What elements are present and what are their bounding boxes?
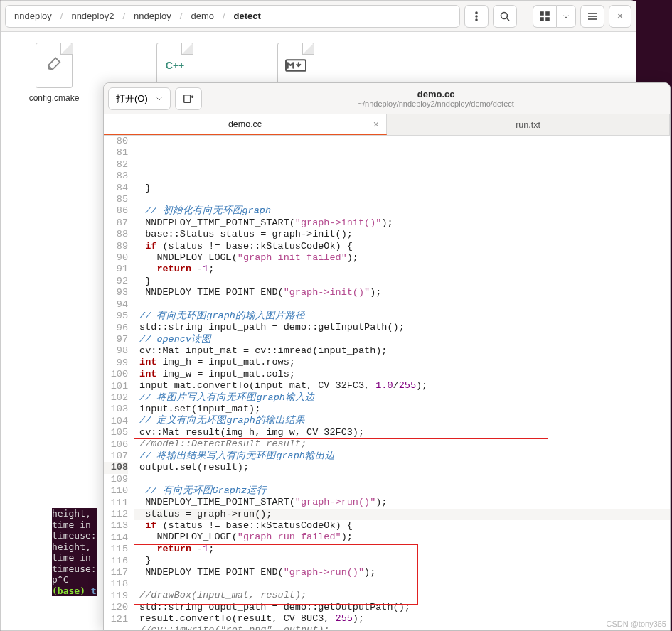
editor-titlebar: demo.cc ~/nndeploy/nndeploy2/nndeploy/de… <box>206 89 666 108</box>
new-document-icon <box>183 93 194 104</box>
open-label: 打开(O) <box>116 92 148 105</box>
hamburger-button[interactable] <box>580 5 604 28</box>
svg-rect-5 <box>540 12 543 15</box>
terminal-fragment: height, time in timeuse: height, time in… <box>52 508 97 596</box>
tab-close-icon[interactable]: × <box>373 119 379 130</box>
new-tab-button[interactable] <box>175 87 202 110</box>
editor-subtitle: ~/nndeploy/nndeploy2/nndeploy/demo/detec… <box>206 99 666 108</box>
svg-rect-7 <box>540 18 543 21</box>
editor-window: 打开(O) demo.cc ~/nndeploy/nndeploy2/nndep… <box>103 82 671 631</box>
line-number-gutter: 8081828384858687888990919293949596979899… <box>104 136 134 630</box>
svg-line-4 <box>507 18 509 21</box>
search-button[interactable] <box>493 5 517 28</box>
file-label: config.cmake <box>29 93 80 103</box>
svg-rect-8 <box>546 18 549 21</box>
editor-title: demo.cc <box>206 89 666 99</box>
breadcrumb-segment[interactable]: detect <box>225 6 270 27</box>
view-mode-group <box>533 5 576 28</box>
svg-point-1 <box>476 16 477 17</box>
svg-point-0 <box>476 12 477 14</box>
editor-tabs: demo.cc×run.txt <box>104 114 670 136</box>
open-button[interactable]: 打开(O) <box>108 87 171 110</box>
svg-rect-6 <box>546 12 549 15</box>
watermark: CSDN @tony365 <box>606 620 666 628</box>
editor-body: 8081828384858687888990919293949596979899… <box>104 136 670 630</box>
close-icon: × <box>617 10 623 23</box>
editor-header: 打开(O) demo.cc ~/nndeploy/nndeploy2/nndep… <box>104 83 670 114</box>
menu-more-button[interactable] <box>464 5 489 28</box>
breadcrumb-segment[interactable]: nndeploy <box>6 6 60 27</box>
breadcrumb-segment[interactable]: demo <box>182 6 223 27</box>
file-item[interactable]: config.cmake <box>15 41 93 103</box>
svg-rect-12 <box>286 60 306 71</box>
view-dropdown-button[interactable] <box>556 5 576 28</box>
svg-rect-13 <box>184 95 191 102</box>
tab-run-txt[interactable]: run.txt <box>387 114 670 135</box>
svg-point-2 <box>476 19 477 21</box>
file-manager-header: nndeploy / nndeploy2 / nndeploy / demo /… <box>1 1 636 32</box>
window-close-button[interactable]: × <box>609 5 631 28</box>
icon-view-button[interactable] <box>533 5 556 28</box>
breadcrumb-segment[interactable]: nndeploy2 <box>63 6 122 27</box>
code-area[interactable]: } // 初始化有向无环图graph NNDEPLOY_TIME_POINT_S… <box>134 136 670 630</box>
breadcrumb-segment[interactable]: nndeploy <box>125 6 180 27</box>
breadcrumb[interactable]: nndeploy / nndeploy2 / nndeploy / demo /… <box>5 5 460 28</box>
file-icon <box>33 41 75 90</box>
svg-point-3 <box>501 12 508 18</box>
tab-demo-cc[interactable]: demo.cc× <box>104 114 387 135</box>
chevron-down-icon <box>156 93 163 104</box>
